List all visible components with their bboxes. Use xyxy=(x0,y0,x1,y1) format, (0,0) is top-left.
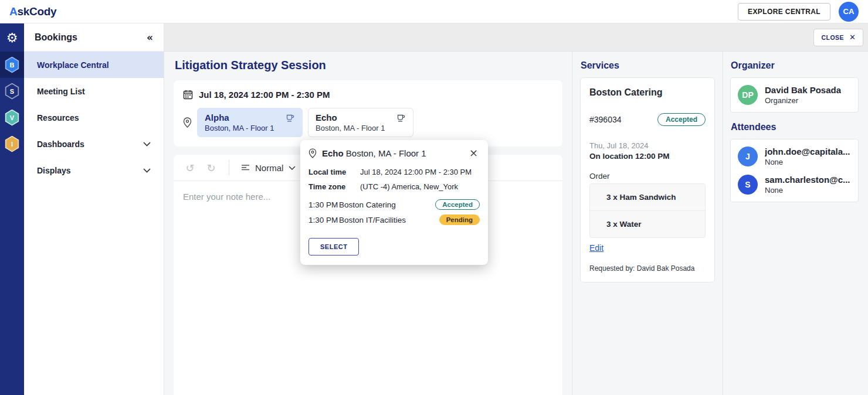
sidebar-item-workplace-central[interactable]: Workplace Central xyxy=(24,52,164,78)
attendee-email: john.doe@capitala... xyxy=(765,147,850,156)
services-heading: Services xyxy=(581,60,715,71)
note-placeholder: Enter your note here... xyxy=(183,192,270,202)
service-order-number: #396034 xyxy=(589,115,622,124)
status-badge-accepted: Accepted xyxy=(435,199,480,210)
top-header: AskCody EXPLORE CENTRAL CA xyxy=(0,0,868,23)
organizer-heading: Organizer xyxy=(731,60,859,71)
undo-icon[interactable]: ↺ xyxy=(181,162,199,174)
sidebar-item-label: Workplace Central xyxy=(37,60,109,70)
avatar: DP xyxy=(738,85,758,105)
time-zone-row: Time zone (UTC -4) America, New_York xyxy=(308,182,480,191)
service-card: Boston Catering #396034 Accepted Thu, Ju… xyxy=(580,77,715,282)
room-name: Echo xyxy=(316,113,337,122)
meeting-datetime: Jul 18, 2024 12:00 PM - 2:30 PM xyxy=(199,90,330,100)
room-chip-echo[interactable]: Echo Boston, MA - Floor 1 xyxy=(308,108,413,137)
detail-topbar: CLOSE ✕ xyxy=(164,23,868,52)
service-on-location: On location 12:00 PM xyxy=(589,152,706,161)
sidebar-item-meeting-list[interactable]: Meeting List xyxy=(24,78,164,104)
chevron-down-icon xyxy=(143,142,151,147)
room-details-popup: Echo Boston, MA - Floor 1 × Local time J… xyxy=(300,140,488,265)
room-location: Boston, MA - Floor 1 xyxy=(205,124,295,132)
status-badge-accepted: Accepted xyxy=(657,113,706,126)
sidebar-item-dashboards[interactable]: Dashboards xyxy=(24,131,164,157)
order-box: 3 x Ham Sandwich 3 x Water xyxy=(589,183,706,238)
status-badge-pending: Pending xyxy=(439,214,480,225)
logo-text: A xyxy=(9,5,17,18)
toolbar-divider xyxy=(229,160,229,175)
close-button[interactable]: CLOSE ✕ xyxy=(813,29,863,46)
organizer-card: DP David Bak Posada Organizer xyxy=(730,77,859,113)
paragraph-format-select[interactable]: Normal xyxy=(238,161,299,175)
service-date: Thu, Jul 18, 2024 xyxy=(589,141,706,150)
local-time-row: Local time Jul 18, 2024 12:00 PM - 2:30 … xyxy=(308,168,480,176)
select-room-button[interactable]: SELECT xyxy=(308,238,359,256)
requested-by: Requested by: David Bak Posada xyxy=(589,264,706,273)
avatar: S xyxy=(738,175,758,195)
chevron-down-icon xyxy=(289,166,296,170)
sidebar-item-label: Dashboards xyxy=(37,139,84,149)
attendees-card: J john.doe@capitala... None S sam.charle… xyxy=(730,139,859,202)
organizer-row: DP David Bak Posada Organizer xyxy=(731,78,858,112)
app-rail: ⚙ B S V I xyxy=(0,23,24,395)
popup-services-list: 1:30 PM Boston Catering Accepted 1:30 PM… xyxy=(308,199,480,225)
redo-icon[interactable]: ↻ xyxy=(202,162,221,174)
order-label: Order xyxy=(589,172,706,181)
order-item: 3 x Ham Sandwich xyxy=(590,184,705,210)
explore-central-button[interactable]: EXPLORE CENTRAL xyxy=(738,3,830,21)
rail-app-bookings[interactable]: B xyxy=(0,52,24,78)
popup-service-row: 1:30 PM Boston Catering Accepted xyxy=(308,199,480,210)
popup-close-icon[interactable]: × xyxy=(467,148,480,158)
sidebar-item-resources[interactable]: Resources xyxy=(24,104,164,131)
meeting-date-row: Jul 18, 2024 12:00 PM - 2:30 PM xyxy=(183,90,553,100)
avatar: J xyxy=(738,147,758,166)
settings-gear-icon[interactable]: ⚙ xyxy=(0,23,24,52)
catering-cup-icon xyxy=(286,114,295,122)
calendar-icon xyxy=(183,90,193,100)
sidebar-item-label: Meeting List xyxy=(37,87,85,96)
attendee-email: sam.charleston@c... xyxy=(765,175,850,185)
attendee-row: S sam.charleston@c... None xyxy=(731,173,858,202)
room-chip-alpha[interactable]: Alpha Boston, MA - Floor 1 xyxy=(197,108,303,137)
text-align-icon xyxy=(241,164,250,172)
attendee-response: None xyxy=(765,158,850,166)
askcody-logo[interactable]: AskCody xyxy=(9,5,56,18)
format-label: Normal xyxy=(255,163,283,173)
edit-order-link[interactable]: Edit xyxy=(589,243,603,253)
visitor-hexagon-icon: V xyxy=(5,110,20,126)
attendees-heading: Attendees xyxy=(731,122,859,132)
popup-room-title: Echo Boston, MA - Floor 1 xyxy=(322,148,462,158)
popup-header: Echo Boston, MA - Floor 1 × xyxy=(308,148,480,158)
attendee-row: J john.doe@capitala... None xyxy=(731,139,858,173)
chevron-down-icon xyxy=(143,168,151,173)
meeting-title: Litigation Strategy Session xyxy=(175,59,562,72)
order-item: 3 x Water xyxy=(590,210,705,237)
catering-cup-icon xyxy=(396,114,406,122)
service-name: Boston Catering xyxy=(589,87,706,98)
location-pin-icon xyxy=(183,117,192,128)
booking-details-card: Jul 18, 2024 12:00 PM - 2:30 PM Alpha xyxy=(174,80,562,147)
main-content: CLOSE ✕ Litigation Strategy Session xyxy=(164,23,868,395)
people-panel: Organizer DP David Bak Posada Organizer … xyxy=(723,52,868,395)
services-panel: Services Boston Catering #396034 Accepte… xyxy=(572,52,723,395)
location-pin-icon xyxy=(308,148,317,158)
collapse-sidebar-icon[interactable]: « xyxy=(147,32,153,43)
close-icon: ✕ xyxy=(849,33,856,42)
bookings-sidebar: Bookings « Workplace Central Meeting Lis… xyxy=(24,23,164,395)
rail-app-signage[interactable]: S xyxy=(0,78,24,104)
rail-app-visitor[interactable]: V xyxy=(0,104,24,131)
popup-service-row: 1:30 PM Boston IT/Facilities Pending xyxy=(308,214,480,225)
header-actions: EXPLORE CENTRAL CA xyxy=(738,2,859,22)
sidebar-header: Bookings « xyxy=(24,23,164,52)
room-name: Alpha xyxy=(205,113,229,122)
sidebar-title: Bookings xyxy=(35,32,77,43)
sidebar-item-label: Displays xyxy=(37,166,71,175)
rooms-row: Alpha Boston, MA - Floor 1 xyxy=(183,108,553,137)
user-avatar[interactable]: CA xyxy=(839,2,859,22)
rail-app-insights[interactable]: I xyxy=(0,131,24,157)
attendee-response: None xyxy=(765,186,850,195)
signage-hexagon-icon: S xyxy=(5,83,20,100)
sidebar-item-displays[interactable]: Displays xyxy=(24,157,164,183)
organizer-name: David Bak Posada xyxy=(765,85,841,95)
sidebar-item-label: Resources xyxy=(37,113,79,122)
organizer-role: Organizer xyxy=(765,96,841,105)
